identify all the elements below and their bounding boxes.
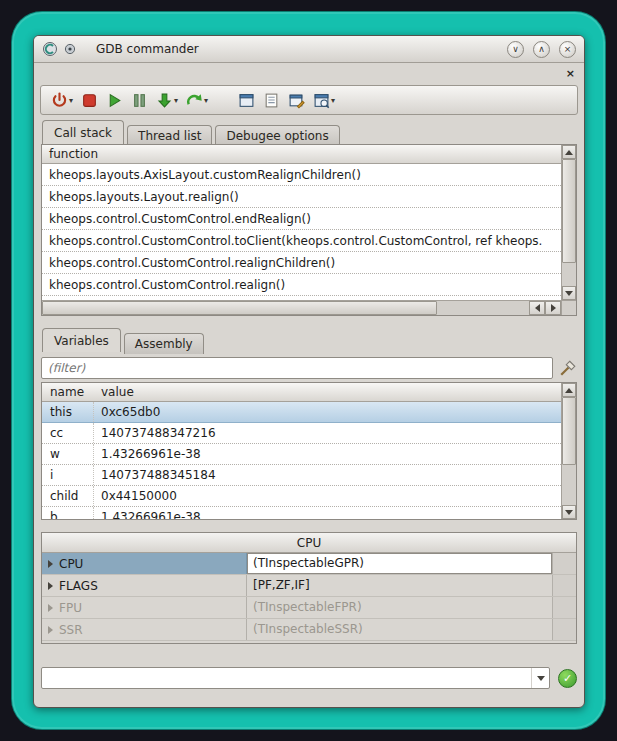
- tab-thread-list[interactable]: Thread list: [127, 125, 212, 146]
- scroll-left-button[interactable]: [529, 301, 545, 315]
- scroll-right-button[interactable]: [545, 301, 561, 315]
- cpu-row[interactable]: CPU (TInspectableGPR): [42, 553, 576, 575]
- callstack-vertical-scrollbar[interactable]: [561, 145, 576, 300]
- document-button[interactable]: [261, 90, 282, 111]
- debug-toolbar: ▾: [40, 85, 578, 115]
- scroll-up-button[interactable]: [562, 383, 576, 397]
- variable-value: 140737488345184: [94, 465, 561, 485]
- filter-input[interactable]: [41, 357, 553, 379]
- step-over-button[interactable]: ▾: [184, 90, 210, 111]
- scrollbar-thumb[interactable]: [562, 159, 576, 263]
- stop-icon: [81, 92, 98, 109]
- edit-window-button[interactable]: [286, 90, 307, 111]
- callstack-row[interactable]: kheops.control.CustomControl.endRealign(…: [42, 208, 561, 230]
- scrollbar-thumb[interactable]: [42, 301, 437, 315]
- cpu-gutter: [552, 619, 576, 640]
- scroll-down-button[interactable]: [562, 505, 576, 519]
- expand-icon[interactable]: [48, 582, 53, 590]
- play-icon: [106, 92, 123, 109]
- variable-name: w: [42, 444, 94, 464]
- wand-icon[interactable]: [559, 359, 577, 377]
- register-group-name: FLAGS: [59, 579, 98, 593]
- expand-icon[interactable]: [48, 626, 53, 634]
- command-combobox[interactable]: [41, 667, 550, 689]
- maximize-button[interactable]: ∧: [533, 41, 550, 58]
- callstack-row[interactable]: kheops.control.CustomControl.realign(): [42, 274, 561, 296]
- minimize-button[interactable]: ∨: [507, 41, 524, 58]
- cpu-gutter: [552, 575, 576, 596]
- variables-vertical-scrollbar[interactable]: [561, 383, 576, 519]
- scroll-down-button[interactable]: [562, 286, 576, 300]
- cpu-gutter: [552, 553, 576, 574]
- variable-row[interactable]: w 1.43266961e-38: [42, 444, 561, 465]
- gdb-commander-window: GDB commander ∨ ∧ × × ▾: [33, 35, 585, 708]
- play-button[interactable]: [104, 90, 125, 111]
- register-group-value[interactable]: (TInspectableGPR): [247, 553, 552, 574]
- variable-row[interactable]: b 1.43266961e-38: [42, 507, 561, 519]
- register-group-value[interactable]: [PF,ZF,IF]: [247, 575, 552, 596]
- combobox-dropdown-button[interactable]: [531, 668, 549, 688]
- variable-name: b: [42, 507, 94, 519]
- stack-tabbar: Call stack Thread list Debugee options: [42, 120, 343, 144]
- variable-value: 0xc65db0: [94, 402, 561, 422]
- step-over-icon: [186, 92, 203, 109]
- scrollbar-corner: [561, 301, 576, 315]
- register-group-value: (TInspectableSSR): [247, 619, 552, 640]
- tab-call-stack[interactable]: Call stack: [42, 120, 124, 144]
- screenshot-canvas: GDB commander ∨ ∧ × × ▾: [0, 0, 617, 741]
- callstack-row[interactable]: kheops.layouts.AxisLayout.customRealignC…: [42, 164, 561, 186]
- cpu-row[interactable]: FLAGS [PF,ZF,IF]: [42, 575, 576, 597]
- chevron-down-icon[interactable]: ▾: [204, 96, 208, 105]
- cpu-panel-title: CPU: [42, 533, 576, 553]
- window-titlebar[interactable]: GDB commander ∨ ∧ ×: [34, 36, 584, 63]
- variable-row[interactable]: cc 140737488347216: [42, 423, 561, 444]
- register-group-name: SSR: [59, 623, 83, 637]
- variable-value: 1.43266961e-38: [94, 444, 561, 464]
- chevron-down-icon[interactable]: ▾: [69, 96, 73, 105]
- app-icon: [42, 41, 58, 57]
- document-icon: [263, 92, 280, 109]
- variable-row[interactable]: this 0xc65db0: [42, 402, 561, 423]
- confirm-button[interactable]: ✓: [558, 669, 577, 688]
- variable-row[interactable]: child 0x44150000: [42, 486, 561, 507]
- tab-assembly[interactable]: Assembly: [124, 333, 204, 354]
- callstack-row[interactable]: kheops.control.CustomControl.realignChil…: [42, 252, 561, 274]
- callstack-row[interactable]: kheops.layouts.Layout.realign(): [42, 186, 561, 208]
- window-icon: [238, 92, 255, 109]
- output-window-button[interactable]: [236, 90, 257, 111]
- callstack-column-header: function: [42, 145, 561, 164]
- expand-icon[interactable]: [48, 560, 53, 568]
- chevron-down-icon[interactable]: ▾: [174, 96, 178, 105]
- tab-variables[interactable]: Variables: [42, 328, 121, 352]
- close-button[interactable]: ×: [559, 41, 576, 58]
- callstack-horizontal-scrollbar[interactable]: [42, 300, 576, 315]
- menu-icon[interactable]: [64, 43, 76, 55]
- stop-button[interactable]: [79, 90, 100, 111]
- cpu-row[interactable]: FPU (TInspectableFPR): [42, 597, 576, 619]
- expand-icon[interactable]: [48, 604, 53, 612]
- cpu-row[interactable]: SSR (TInspectableSSR): [42, 619, 576, 641]
- scroll-up-button[interactable]: [562, 145, 576, 159]
- power-icon: [51, 92, 68, 109]
- callstack-row[interactable]: kheops.control.CustomControl.toClient(kh…: [42, 230, 561, 252]
- variables-panel: name value this 0xc65db0 cc 140737488347…: [41, 382, 577, 520]
- command-row: ✓: [41, 666, 577, 690]
- inspector-tabbar: Variables Assembly: [42, 328, 207, 352]
- window-edit-icon: [288, 92, 305, 109]
- variable-value: 140737488347216: [94, 423, 561, 443]
- search-window-button[interactable]: ▾: [311, 90, 337, 111]
- scrollbar-thumb[interactable]: [562, 397, 576, 465]
- variable-name: cc: [42, 423, 94, 443]
- value-column-header: value: [94, 383, 561, 401]
- register-group-name: FPU: [59, 601, 82, 615]
- variable-name: child: [42, 486, 94, 506]
- chevron-down-icon[interactable]: ▾: [331, 96, 335, 105]
- dock-close-icon[interactable]: ×: [566, 68, 575, 79]
- tab-debugee-options[interactable]: Debugee options: [215, 125, 339, 146]
- pause-button[interactable]: [129, 90, 150, 111]
- power-button[interactable]: ▾: [49, 90, 75, 111]
- step-into-button[interactable]: ▾: [154, 90, 180, 111]
- cpu-gutter: [552, 597, 576, 618]
- window-title: GDB commander: [82, 42, 498, 56]
- variable-row[interactable]: i 140737488345184: [42, 465, 561, 486]
